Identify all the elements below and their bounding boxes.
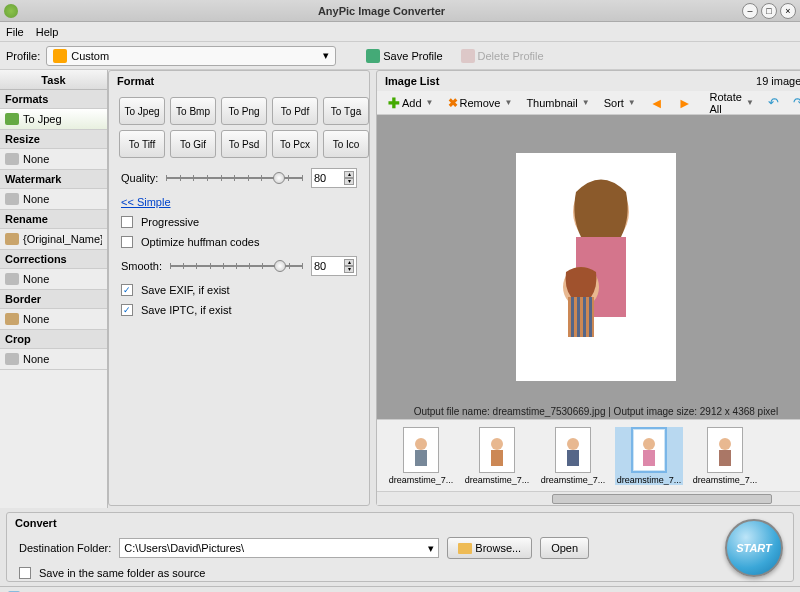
progressive-checkbox[interactable] [121,216,133,228]
format-btn-to-pcx[interactable]: To Pcx [272,130,318,158]
sidebar-item-icon [5,113,19,125]
sort-button[interactable]: Sort▼ [599,93,641,113]
sidebar-item-watermark[interactable]: None [0,189,107,209]
smooth-input[interactable]: 80▴▾ [311,256,357,276]
format-btn-to-jpeg[interactable]: To Jpeg [119,97,165,125]
sidebar-item-formats[interactable]: To Jpeg [0,109,107,129]
thumb-scrollbar[interactable] [377,491,800,505]
prev-button[interactable]: ◄ [645,93,669,113]
same-folder-label: Save in the same folder as source [39,567,205,579]
svg-rect-5 [568,297,594,337]
sidebar-item-corrections[interactable]: None [0,269,107,289]
sidebar-item-icon [5,353,19,365]
close-button[interactable]: × [780,3,796,19]
format-btn-to-pdf[interactable]: To Pdf [272,97,318,125]
sidebar-section-watermark[interactable]: Watermark [0,170,107,189]
menu-help[interactable]: Help [36,26,59,38]
sidebar-section-crop[interactable]: Crop [0,330,107,349]
thumbnail-item[interactable]: dreamstime_7... [615,427,683,485]
convert-panel: Convert Destination Folder: C:\Users\Dav… [6,512,794,582]
thumb-image [707,427,743,473]
simple-link[interactable]: << Simple [109,192,183,212]
dest-folder-input[interactable]: C:\Users\David\Pictures\▾ [119,538,439,558]
sidebar-item-crop[interactable]: None [0,349,107,369]
sidebar-section-resize[interactable]: Resize [0,130,107,149]
rotate-right-button[interactable]: ↷ [788,93,800,113]
smooth-label: Smooth: [121,260,162,272]
x-icon: ✖ [448,96,458,110]
sidebar-section-corrections[interactable]: Corrections [0,250,107,269]
save-profile-button[interactable]: Save Profile [360,46,448,66]
sidebar-item-label: None [23,353,49,365]
thumbnail-item[interactable]: dreamstime_7... [387,427,455,485]
same-folder-checkbox[interactable] [19,567,31,579]
exif-label: Save EXIF, if exist [141,284,230,296]
delete-profile-button: Delete Profile [455,46,550,66]
remove-button[interactable]: ✖Remove▼ [443,93,518,113]
thumb-image [631,427,667,473]
sidebar-item-label: None [23,193,49,205]
maximize-button[interactable]: □ [761,3,777,19]
rotate-left-button[interactable]: ↶ [763,93,784,113]
thumbnail-item[interactable]: dreamstime_7... [691,427,759,485]
profile-bar: Profile: Custom ▾ Save Profile Delete Pr… [0,42,800,70]
format-btn-to-ico[interactable]: To Ico [323,130,369,158]
thumb-image [403,427,439,473]
sidebar-item-rename[interactable]: {Original_Name}.jpg [0,229,107,249]
thumbnail-item[interactable]: dreamstime_7... [463,427,531,485]
sidebar-item-icon [5,273,19,285]
image-list-panel: Image List 19 images ✚Add▼ ✖Remove▼ Thum… [376,70,800,506]
svg-rect-10 [415,450,427,466]
quality-input[interactable]: 80▴▾ [311,168,357,188]
format-btn-to-tga[interactable]: To Tga [323,97,369,125]
optimize-label: Optimize huffman codes [141,236,259,248]
plus-icon: ✚ [388,95,400,111]
smooth-slider[interactable] [170,258,303,274]
minimize-button[interactable]: – [742,3,758,19]
sidebar-item-border[interactable]: None [0,309,107,329]
add-button[interactable]: ✚Add▼ [383,93,439,113]
menu-file[interactable]: File [6,26,24,38]
sidebar-section-border[interactable]: Border [0,290,107,309]
sidebar-section-formats[interactable]: Formats [0,90,107,109]
format-btn-to-png[interactable]: To Png [221,97,267,125]
start-button[interactable]: START [725,519,783,577]
format-btn-to-bmp[interactable]: To Bmp [170,97,216,125]
app-logo-icon [4,4,18,18]
sidebar-item-icon [5,153,19,165]
next-button[interactable]: ► [673,93,697,113]
titlebar: AnyPic Image Converter – □ × [0,0,800,22]
disk-icon [366,49,380,63]
open-button[interactable]: Open [540,537,589,559]
footer: Submit Feedback Home Page [0,586,800,592]
format-btn-to-tiff[interactable]: To Tiff [119,130,165,158]
rotate-all-button[interactable]: Rotate All▼ [705,93,759,113]
profile-select[interactable]: Custom ▾ [46,46,336,66]
rotate-left-icon: ↶ [768,95,779,110]
sidebar-item-resize[interactable]: None [0,149,107,169]
sidebar-section-rename[interactable]: Rename [0,210,107,229]
optimize-checkbox[interactable] [121,236,133,248]
image-count: 19 images [756,75,800,87]
thumb-label: dreamstime_7... [387,475,455,485]
format-btn-to-gif[interactable]: To Gif [170,130,216,158]
menubar: File Help [0,22,800,42]
exif-checkbox[interactable]: ✓ [121,284,133,296]
sidebar-item-label: {Original_Name}.jpg [23,233,102,245]
output-info: Output file name: dreamstime_7530669.jpg… [414,406,778,417]
format-btn-to-psd[interactable]: To Psd [221,130,267,158]
delete-icon [461,49,475,63]
thumbnail-item[interactable]: dreamstime_7... [539,427,607,485]
arrow-right-icon: ► [678,95,692,111]
quality-slider[interactable] [166,170,303,186]
iptc-checkbox[interactable]: ✓ [121,304,133,316]
window-title: AnyPic Image Converter [24,5,739,17]
thumbnail-button[interactable]: Thumbnail▼ [521,93,594,113]
sidebar-header: Task [0,70,107,90]
svg-point-9 [415,438,427,450]
profile-icon [53,49,67,63]
thumb-label: dreamstime_7... [539,475,607,485]
imagelist-title: Image List [385,75,439,87]
browse-button[interactable]: Browse... [447,537,532,559]
preview-area: Output file name: dreamstime_7530669.jpg… [377,115,800,419]
